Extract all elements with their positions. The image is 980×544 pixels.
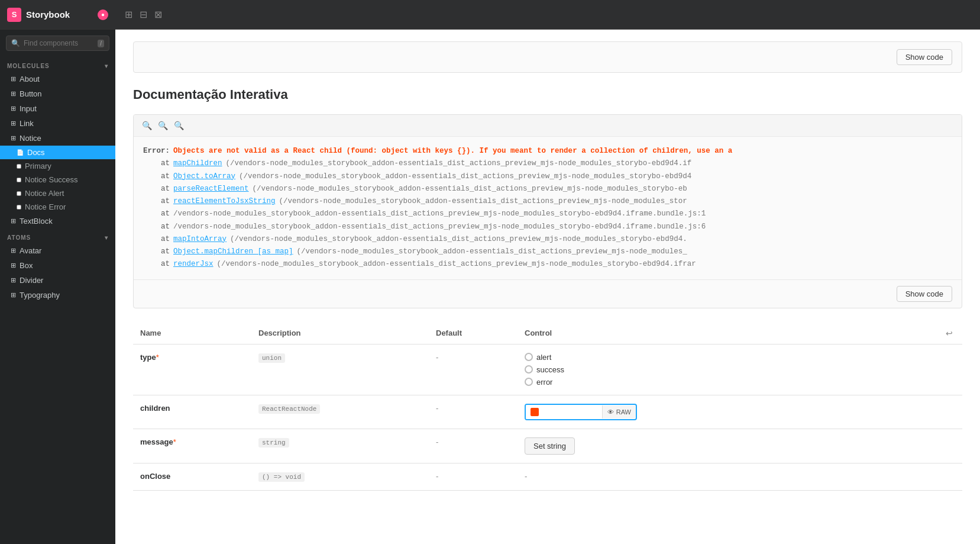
sidebar-subitem-label: Notice Alert	[25, 189, 64, 198]
controls-table: Name Description Default Control ↩	[133, 323, 962, 491]
radio-circle-alert	[525, 353, 533, 361]
error-panel-footer: Show code	[134, 279, 962, 308]
zoom-out-icon[interactable]: 🔍	[158, 121, 168, 130]
stack-fn-6[interactable]: mapIntoArray	[173, 233, 227, 246]
stack-fn-1[interactable]: Object.toArray	[173, 170, 235, 183]
field-description-cell: ReactReactNode	[251, 395, 429, 429]
topbar-icon-panel[interactable]: ⊟	[140, 9, 147, 20]
stack-fn-2[interactable]: parseReactElement	[173, 183, 249, 195]
atoms-chevron-icon[interactable]: ▾	[105, 234, 108, 241]
top-show-code-strip: Show code	[133, 41, 962, 73]
sidebar-item-label: Link	[20, 119, 34, 128]
sidebar-item-label: Input	[20, 104, 37, 113]
stack-path-4: /vendors-node_modules_storybook_addon-es…	[173, 208, 706, 220]
field-name-cell: message*	[133, 429, 251, 463]
sidebar-subitem-label: Primary	[25, 162, 51, 170]
col-header-control: Control	[518, 323, 939, 345]
reset-cell-children	[939, 395, 962, 429]
search-bar[interactable]: 🔍 /	[6, 36, 109, 51]
error-label: Error:	[143, 145, 170, 157]
reset-cell-message	[939, 429, 962, 463]
reset-all-button[interactable]: ↩	[946, 329, 953, 338]
sidebar-item-notice[interactable]: ⊞ Notice	[0, 131, 115, 146]
avatar-icon: ⊞	[11, 247, 16, 255]
box-icon: ⊞	[11, 262, 16, 269]
stack-fn-7[interactable]: Object.mapChildren [as map]	[173, 246, 293, 258]
topbar-icon-fullscreen[interactable]: ⊠	[154, 9, 162, 20]
typography-icon: ⊞	[11, 291, 16, 299]
show-code-bottom-button[interactable]: Show code	[897, 286, 952, 302]
field-default: -	[436, 472, 438, 481]
table-row: onClose () => void - -	[133, 463, 962, 490]
field-type: string	[258, 438, 289, 448]
sidebar-item-input[interactable]: ⊞ Input	[0, 101, 115, 116]
app-title: Storybook	[26, 9, 70, 20]
sidebar-subitem-primary[interactable]: Primary	[0, 159, 115, 173]
stack-line-1: at Object.toArray (/vendors-node_modules…	[143, 170, 952, 183]
field-description-cell: string	[251, 429, 429, 463]
molecules-section-header: MOLECULES ▾	[0, 57, 115, 72]
sidebar-subitem-docs[interactable]: 📄 Docs	[0, 146, 115, 159]
sidebar-item-box[interactable]: ⊞ Box	[0, 258, 115, 273]
input-icon: ⊞	[11, 105, 16, 112]
col-header-description: Description	[251, 323, 429, 345]
link-icon: ⊞	[11, 120, 16, 127]
radio-item-error[interactable]: error	[525, 378, 932, 387]
radio-item-alert[interactable]: alert	[525, 353, 932, 362]
sidebar-item-textblock[interactable]: ⊞ TextBlock	[0, 214, 115, 228]
sidebar-subitem-notice-error[interactable]: Notice Error	[0, 200, 115, 214]
docs-icon: 📄	[17, 149, 24, 156]
notice-success-dot-icon	[17, 178, 21, 182]
stack-path-1: (/vendors-node_modules_storybook_addon-e…	[239, 170, 691, 183]
sidebar-item-label: Box	[20, 261, 33, 270]
stack-path-3: (/vendors-node_modules_storybook_addon-e…	[279, 195, 687, 208]
show-code-top-button[interactable]: Show code	[897, 49, 952, 65]
sidebar-subitem-notice-alert[interactable]: Notice Alert	[0, 186, 115, 200]
topbar-icon-grid[interactable]: ⊞	[125, 9, 132, 20]
on-close-control-value: -	[525, 472, 527, 481]
topbar: ⊞ ⊟ ⊠	[115, 0, 980, 30]
primary-dot-icon	[17, 164, 21, 169]
search-shortcut: /	[98, 40, 104, 47]
stack-line-7: at Object.mapChildren [as map] (/vendors…	[143, 246, 952, 258]
stack-line-3: at reactElementToJsxString (/vendors-nod…	[143, 195, 952, 208]
field-name: onClose	[140, 472, 170, 481]
stack-line-0: at mapChildren (/vendors-node_modules_st…	[143, 157, 952, 170]
molecules-chevron-icon[interactable]: ▾	[105, 63, 108, 69]
zoom-in-icon[interactable]: 🔍	[142, 121, 152, 130]
sidebar-item-about[interactable]: ⊞ About	[0, 72, 115, 86]
reset-zoom-icon[interactable]: 🔍	[174, 121, 184, 130]
field-default-cell: -	[429, 344, 518, 395]
sidebar-item-avatar[interactable]: ⊞ Avatar	[0, 243, 115, 258]
sidebar-subitem-notice-success[interactable]: Notice Success	[0, 173, 115, 186]
sidebar-item-divider[interactable]: ⊞ Divider	[0, 273, 115, 288]
notice-icon: ⊞	[11, 134, 16, 142]
stack-fn-8[interactable]: renderJsx	[173, 258, 214, 271]
notice-alert-dot-icon	[17, 191, 21, 196]
field-name: children	[140, 404, 170, 413]
sidebar-item-label: Button	[20, 89, 42, 98]
children-input-box[interactable]	[526, 405, 602, 419]
children-raw-button[interactable]: 👁 RAW	[602, 405, 636, 419]
radio-item-success[interactable]: success	[525, 365, 932, 374]
stack-line-8: at renderJsx (/vendors-node_modules_stor…	[143, 258, 952, 271]
stack-path-2: (/vendors-node_modules_storybook_addon-e…	[253, 183, 687, 195]
field-default-cell: -	[429, 395, 518, 429]
stack-line-5: at /vendors-node_modules_storybook_addon…	[143, 221, 952, 233]
sidebar-item-label: Typography	[20, 291, 60, 300]
field-control-cell: Set string	[518, 429, 939, 463]
field-default-cell: -	[429, 429, 518, 463]
sidebar-item-typography[interactable]: ⊞ Typography	[0, 288, 115, 302]
field-type: union	[258, 353, 285, 363]
stack-fn-3[interactable]: reactElementToJsxString	[173, 195, 276, 208]
sidebar-item-button[interactable]: ⊞ Button	[0, 86, 115, 101]
button-icon: ⊞	[11, 90, 16, 98]
set-string-button[interactable]: Set string	[525, 437, 575, 455]
stack-fn-0[interactable]: mapChildren	[173, 157, 222, 170]
sidebar-item-link[interactable]: ⊞ Link	[0, 116, 115, 131]
textblock-icon: ⊞	[11, 217, 16, 225]
search-input[interactable]	[24, 39, 94, 47]
field-name-cell: children	[133, 395, 251, 429]
sidebar-subitem-label: Notice Error	[25, 202, 66, 211]
raw-label: RAW	[616, 408, 631, 416]
